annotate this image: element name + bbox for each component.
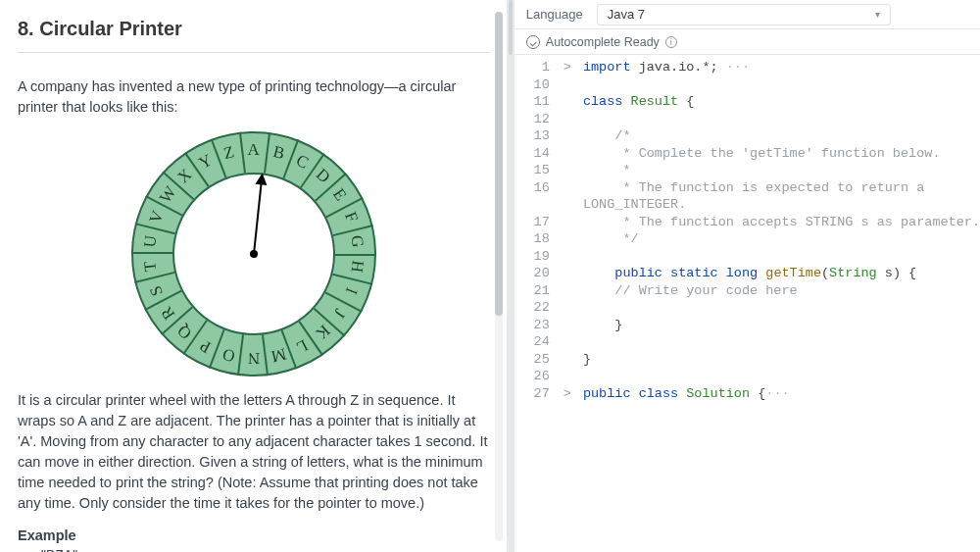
code-editor[interactable]: 1101112131415161718192021222324252627 > … [514,55,980,552]
check-circle-icon [526,35,540,49]
example-input: s = "BZA" [18,547,489,552]
autocomplete-row: Autocomplete Ready i [514,29,980,55]
info-icon[interactable]: i [665,36,677,48]
problem-scrollbar[interactable] [495,12,503,541]
language-value: Java 7 [608,7,645,22]
pane-divider[interactable] [507,0,514,552]
example-heading: Example [18,527,489,543]
scroll-thumb[interactable] [495,12,503,316]
printer-wheel-figure: ABCDEFGHIJKLMNOPQRSTUVWXYZ [18,131,489,376]
autocomplete-label: Autocomplete Ready [546,35,660,49]
problem-panel: 8. Circular Printer A company has invent… [0,0,507,552]
line-gutter: 1101112131415161718192021222324252627 [514,55,560,552]
language-select[interactable]: Java 7 ▾ [597,4,891,25]
problem-title: 8. Circular Printer [18,18,489,53]
language-label: Language [526,7,583,22]
language-row: Language Java 7 ▾ [514,0,980,29]
code-area[interactable]: > import java.io.*; ··· class Result { /… [560,55,980,552]
chevron-down-icon: ▾ [875,9,880,20]
editor-panel: Language Java 7 ▾ Autocomplete Ready i 1… [514,0,980,552]
